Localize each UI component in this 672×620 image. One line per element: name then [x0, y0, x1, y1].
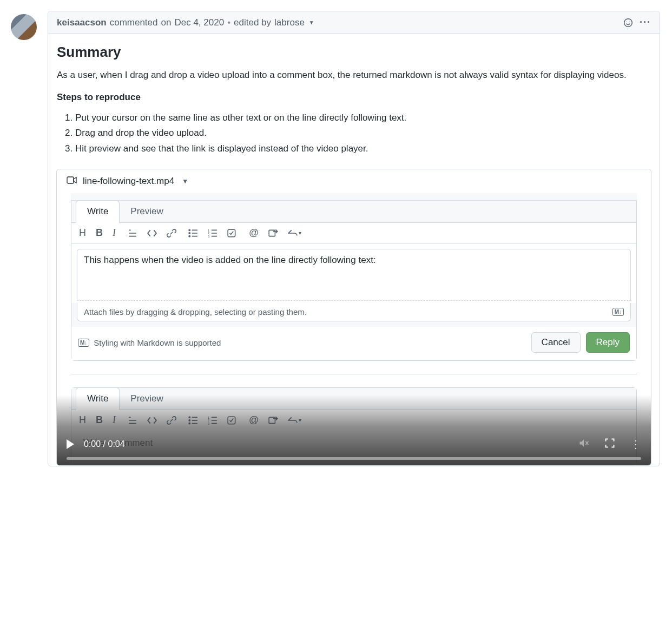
attach-bar[interactable]: Attach files by dragging & dropping, sel…	[77, 303, 631, 321]
svg-point-5	[189, 233, 190, 234]
play-icon[interactable]	[67, 439, 74, 449]
tasklist-tool[interactable]	[227, 228, 237, 238]
divider	[71, 374, 637, 374]
svg-point-1	[626, 21, 627, 22]
svg-point-6	[189, 235, 190, 236]
comment-textarea[interactable]	[77, 249, 631, 301]
ol-tool[interactable]: 123	[208, 228, 218, 238]
editor-toolbar: H B I	[71, 223, 636, 243]
step-item: Hit preview and see that the link is dis…	[75, 141, 651, 157]
fullscreen-icon[interactable]	[604, 438, 615, 451]
svg-point-0	[624, 18, 633, 27]
steps-title: Steps to reproduce	[57, 92, 651, 103]
separator: •	[227, 17, 230, 28]
mention-tool[interactable]: @	[249, 227, 259, 239]
svg-text:3: 3	[208, 235, 209, 238]
markdown-help[interactable]: M↓ Styling with Markdown is supported	[78, 338, 221, 347]
commented-label: commented	[110, 17, 158, 28]
emoji-reaction-button[interactable]	[623, 18, 633, 28]
summary-paragraph: As a user, when I drag and drop a video …	[57, 68, 651, 82]
ul-tool[interactable]	[188, 228, 198, 238]
edited-dropdown-icon[interactable]: ▼	[309, 19, 314, 25]
reply-button[interactable]: Reply	[586, 332, 630, 353]
date-prefix: on	[161, 17, 172, 28]
bold-tool[interactable]: B	[96, 227, 103, 239]
editor-link[interactable]: labrose	[274, 17, 305, 28]
code-tool[interactable]	[147, 228, 157, 238]
chevron-down-icon[interactable]: ▼	[182, 177, 188, 185]
link-tool[interactable]	[167, 228, 176, 238]
kebab-menu-icon[interactable]: ···	[640, 17, 651, 28]
comment-body: Summary As a user, when I drag and drop …	[48, 34, 660, 466]
markdown-badge-icon: M↓	[78, 339, 89, 347]
video-attachment: line-following-text.mp4 ▼ Write Preview	[56, 169, 651, 466]
video-icon	[67, 176, 77, 187]
step-item: Put your cursor on the same line as othe…	[75, 110, 651, 126]
svg-point-2	[629, 21, 630, 22]
summary-heading: Summary	[57, 44, 651, 61]
svg-rect-3	[67, 177, 74, 183]
tab-preview[interactable]: Preview	[120, 201, 174, 222]
attachment-header[interactable]: line-following-text.mp4 ▼	[57, 169, 651, 193]
reference-tool[interactable]	[268, 228, 278, 238]
video-progress[interactable]	[67, 457, 641, 460]
tab-write[interactable]: Write	[76, 200, 120, 223]
steps-list: Put your cursor on the same line as othe…	[57, 110, 651, 157]
quote-tool[interactable]	[128, 228, 137, 238]
comment-container: keisaacson commented on Dec 4, 2020 • ed…	[48, 11, 660, 466]
italic-tool[interactable]: I	[113, 227, 116, 239]
avatar[interactable]	[11, 14, 37, 40]
attachment-filename: line-following-text.mp4	[83, 176, 174, 187]
svg-point-4	[189, 229, 190, 230]
video-time: 0:00 / 0:04	[84, 439, 125, 449]
edited-prefix: edited by	[234, 17, 271, 28]
markdown-help-text: Styling with Markdown is supported	[94, 338, 221, 347]
video-more-icon[interactable]: ⋮	[630, 438, 641, 451]
video-controls: 0:00 / 0:04 ⋮	[57, 395, 651, 465]
heading-tool[interactable]: H	[79, 227, 86, 239]
mute-icon[interactable]	[578, 438, 589, 451]
reply-tool[interactable]: ▾	[288, 228, 301, 238]
comment-header: keisaacson commented on Dec 4, 2020 • ed…	[48, 11, 660, 34]
author-link[interactable]: keisaacson	[57, 17, 107, 28]
comment-date[interactable]: Dec 4, 2020	[174, 17, 224, 28]
comment-editor-1: Write Preview H B I	[71, 201, 637, 361]
markdown-badge-icon[interactable]: M↓	[612, 308, 624, 316]
step-item: Drag and drop the video upload.	[75, 126, 651, 141]
cancel-button[interactable]: Cancel	[531, 332, 581, 353]
video-preview-area: Write Preview H B I	[57, 193, 651, 465]
attach-hint: Attach files by dragging & dropping, sel…	[84, 307, 307, 316]
